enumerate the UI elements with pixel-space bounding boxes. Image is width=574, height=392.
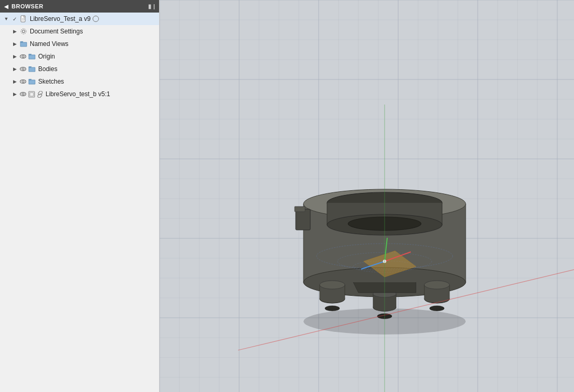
- tree-item-origin[interactable]: Origin: [0, 50, 159, 63]
- circle-icon: [93, 16, 99, 22]
- tree-item-sketches[interactable]: Sketches: [0, 75, 159, 88]
- file-icon: [19, 15, 28, 23]
- expand-arrow-doc[interactable]: [10, 27, 19, 36]
- svg-point-12: [22, 80, 24, 83]
- svg-point-5: [22, 30, 25, 33]
- check-icon: ✓: [10, 15, 19, 23]
- svg-rect-16: [30, 93, 33, 96]
- tree-item-named-views[interactable]: Named Views: [0, 38, 159, 50]
- gear-icon: [19, 27, 28, 36]
- svg-line-17: [39, 94, 41, 95]
- sidebar-collapse-icon[interactable]: ◀: [4, 4, 8, 9]
- side-notch-left: [296, 209, 310, 230]
- tree-item-bodies[interactable]: Bodies: [0, 63, 159, 75]
- sidebar-header: ◀ BROWSER ▮ |: [0, 0, 159, 13]
- expand-arrow-origin[interactable]: [10, 52, 19, 61]
- named-views-label: Named Views: [30, 40, 69, 48]
- expand-arrow-sketches[interactable]: [10, 77, 19, 86]
- foot-2-top: [424, 281, 449, 289]
- svg-point-6: [21, 29, 26, 34]
- link-icon: [36, 90, 44, 98]
- svg-point-14: [22, 93, 24, 95]
- sidebar-expand-icon[interactable]: |: [153, 3, 155, 9]
- named-views-folder-icon: [19, 40, 28, 48]
- eye-icon-libreservo-b[interactable]: [19, 90, 27, 98]
- expand-arrow-named-views[interactable]: [10, 40, 19, 48]
- component-icon: [27, 90, 36, 98]
- sketches-folder-icon: [27, 77, 37, 86]
- eye-icon-sketches[interactable]: [19, 77, 27, 86]
- sidebar-pin-icon[interactable]: ▮: [148, 3, 151, 10]
- eye-icon-origin[interactable]: [19, 52, 27, 61]
- sketches-label: Sketches: [38, 78, 64, 85]
- svg-point-8: [22, 55, 24, 57]
- tree-item-document-settings[interactable]: Document Settings: [0, 25, 159, 38]
- small-foot-2: [430, 306, 444, 311]
- small-foot-1: [325, 306, 340, 311]
- tree-item-libreservo-b[interactable]: LibreServo_test_b v5:1: [0, 88, 159, 100]
- foot-1-top: [320, 281, 345, 289]
- svg-rect-1: [24, 16, 25, 17]
- tree-item-root[interactable]: ✓ LibreServo_Test_a v9: [0, 13, 159, 25]
- svg-point-10: [22, 68, 24, 70]
- expand-arrow-root[interactable]: [2, 15, 10, 23]
- eye-icon-bodies[interactable]: [19, 65, 27, 73]
- bodies-label: Bodies: [38, 65, 58, 73]
- scene-svg: [160, 0, 574, 392]
- sidebar: ◀ BROWSER ▮ | ✓ LibreServo_Test_a v9: [0, 0, 160, 392]
- origin-folder-icon: [27, 52, 37, 61]
- root-label: LibreServo_Test_a v9: [30, 15, 91, 22]
- viewport[interactable]: // Draw grid on canvas const canvas = do…: [160, 0, 574, 392]
- origin-label: Origin: [38, 53, 55, 60]
- libreservo-b-label: LibreServo_test_b v5:1: [46, 90, 110, 98]
- expand-arrow-libreservo-b[interactable]: [10, 90, 19, 98]
- doc-settings-label: Document Settings: [30, 28, 83, 35]
- bodies-folder-icon: [27, 65, 37, 73]
- browser-label: BROWSER: [12, 3, 43, 9]
- expand-arrow-bodies[interactable]: [10, 65, 19, 73]
- side-notch-top: [295, 206, 305, 212]
